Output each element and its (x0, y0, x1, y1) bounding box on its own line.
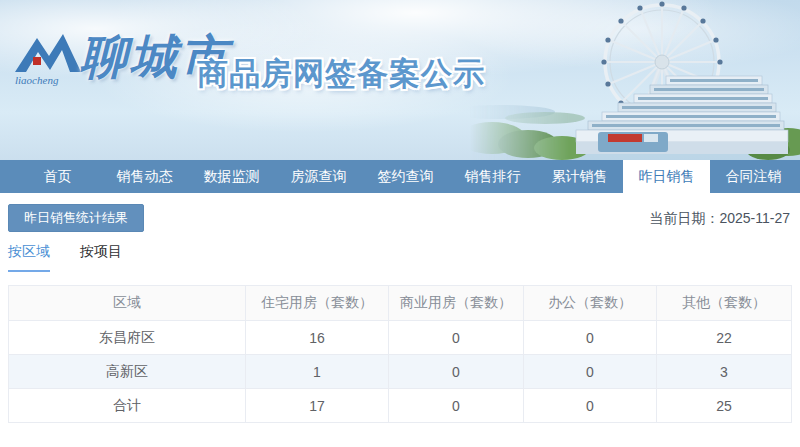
sales-table-wrap: 区域住宅用房（套数）商业用房（套数）办公（套数）其他（套数） 东昌府区16002… (8, 285, 791, 423)
table-column-header: 区域 (9, 286, 246, 321)
table-row: 合计170025 (9, 389, 792, 423)
table-cell: 25 (657, 389, 792, 423)
svg-text:liaocheng: liaocheng (15, 74, 59, 86)
table-cell: 0 (389, 321, 524, 355)
nav-item-2[interactable]: 销售动态 (101, 160, 188, 193)
current-date-label: 当前日期： (649, 210, 719, 226)
page: liaocheng 聊城市 商品房网签备案公示 首页销售动态数据监测房源查询签约… (0, 0, 800, 447)
nav-item-8[interactable]: 昨日销售 (623, 160, 710, 193)
main-nav: 首页销售动态数据监测房源查询签约查询销售排行累计销售昨日销售合同注销 (0, 160, 800, 193)
table-column-header: 住宅用房（套数） (246, 286, 389, 321)
view-tabs: 按区域按项目 (8, 243, 152, 272)
table-row: 高新区1003 (9, 355, 792, 389)
table-cell: 3 (657, 355, 792, 389)
table-header-row: 区域住宅用房（套数）商业用房（套数）办公（套数）其他（套数） (9, 286, 792, 321)
current-date-value: 2025-11-27 (719, 210, 790, 226)
nav-item-9[interactable]: 合同注销 (710, 160, 797, 193)
table-cell: 0 (524, 389, 657, 423)
nav-item-1[interactable]: 首页 (14, 160, 101, 193)
view-tab-1[interactable]: 按区域 (8, 243, 50, 272)
table-cell: 东昌府区 (9, 321, 246, 355)
liaocheng-logo-icon: liaocheng (13, 30, 83, 88)
table-cell: 0 (389, 355, 524, 389)
table-row: 东昌府区160022 (9, 321, 792, 355)
table-body: 东昌府区160022高新区1003合计170025 (9, 321, 792, 423)
nav-item-6[interactable]: 销售排行 (449, 160, 536, 193)
table-column-header: 其他（套数） (657, 286, 792, 321)
nav-item-5[interactable]: 签约查询 (362, 160, 449, 193)
table-cell: 22 (657, 321, 792, 355)
table-cell: 1 (246, 355, 389, 389)
table-cell: 合计 (9, 389, 246, 423)
ferris-wheel-building-illustration (470, 0, 800, 160)
sales-table: 区域住宅用房（套数）商业用房（套数）办公（套数）其他（套数） 东昌府区16002… (8, 285, 792, 423)
table-cell: 17 (246, 389, 389, 423)
yesterday-sales-result-button[interactable]: 昨日销售统计结果 (8, 204, 144, 232)
content-area: 昨日销售统计结果 当前日期：2025-11-27 按区域按项目 区域住宅用房（套… (0, 193, 800, 447)
table-cell: 0 (524, 355, 657, 389)
header-banner: liaocheng 聊城市 商品房网签备案公示 (0, 0, 800, 160)
nav-item-4[interactable]: 房源查询 (275, 160, 362, 193)
table-cell: 0 (524, 321, 657, 355)
current-date: 当前日期：2025-11-27 (649, 210, 790, 228)
site-title: 商品房网签备案公示 (197, 53, 485, 95)
table-cell: 16 (246, 321, 389, 355)
table-column-header: 办公（套数） (524, 286, 657, 321)
table-column-header: 商业用房（套数） (389, 286, 524, 321)
table-cell: 0 (389, 389, 524, 423)
nav-item-7[interactable]: 累计销售 (536, 160, 623, 193)
table-cell: 高新区 (9, 355, 246, 389)
nav-item-3[interactable]: 数据监测 (188, 160, 275, 193)
view-tab-2[interactable]: 按项目 (80, 243, 122, 272)
